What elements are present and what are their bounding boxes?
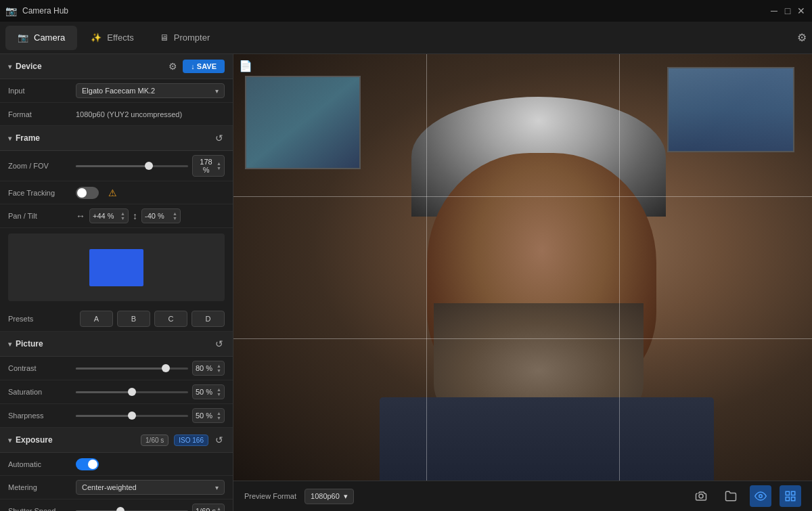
contrast-slider-track[interactable]	[76, 368, 188, 370]
contrast-spinners[interactable]: ▲ ▼	[217, 363, 221, 373]
folder-button[interactable]	[720, 485, 742, 507]
svg-point-1	[759, 495, 763, 498]
saturation-value-text: 50 %	[196, 388, 212, 396]
tilt-spin-down[interactable]: ▼	[173, 216, 177, 221]
face-tracking-warning-icon: ⚠	[108, 187, 117, 198]
metering-control: Center-weighted ▾	[76, 480, 225, 495]
tilt-spin-up[interactable]: ▲	[173, 211, 177, 216]
frame-preview	[8, 234, 225, 301]
saturation-slider-thumb	[128, 388, 136, 396]
contrast-spin-up[interactable]: ▲	[217, 363, 221, 368]
metering-dropdown[interactable]: Center-weighted ▾	[76, 480, 225, 495]
pan-value-text: +44 %	[93, 212, 114, 220]
eye-icon	[754, 490, 767, 502]
eye-button[interactable]	[750, 485, 771, 507]
device-section-header[interactable]: ▾ Device ⚙ ↓ SAVE	[0, 54, 233, 79]
tilt-spinners[interactable]: ▲ ▼	[173, 211, 177, 221]
save-button[interactable]: ↓ SAVE	[183, 60, 225, 73]
automatic-row: Automatic	[0, 453, 233, 476]
zoom-spinners[interactable]: ▲ ▼	[217, 161, 221, 171]
picture-reset-button[interactable]: ↺	[214, 337, 225, 351]
svg-rect-4	[786, 497, 789, 501]
picture-section-header[interactable]: ▾ Picture ↺	[0, 332, 233, 357]
exposure-section-actions: 1/60 s ISO 166 ↺	[141, 433, 225, 447]
sharpness-spin-down[interactable]: ▼	[217, 416, 221, 420]
pan-tilt-control: ↔ +44 % ▲ ▼ ↕ -40 % ▲ ▼	[76, 208, 225, 223]
saturation-spinners[interactable]: ▲ ▼	[217, 387, 221, 397]
saturation-spin-up[interactable]: ▲	[217, 387, 221, 392]
shutter-slider-container: 1/60 s ▲ ▼	[76, 504, 225, 511]
pan-spin-up[interactable]: ▲	[120, 211, 125, 216]
preview-format-select[interactable]: 1080p60 ▾	[304, 489, 354, 504]
zoom-spin-down[interactable]: ▼	[217, 166, 221, 171]
shutter-spin-up[interactable]: ▲	[217, 506, 221, 511]
settings-button[interactable]: ⚙	[797, 31, 807, 44]
presets-row: Presets A B C D	[0, 307, 233, 332]
frame-section-actions: ↺	[214, 131, 225, 145]
frame-section-header[interactable]: ▾ Frame ↺	[0, 126, 233, 151]
exposure-section-header[interactable]: ▾ Exposure 1/60 s ISO 166 ↺	[0, 428, 233, 453]
pan-spinners[interactable]: ▲ ▼	[120, 211, 125, 221]
contrast-slider-thumb	[162, 364, 170, 372]
titlebar-controls: ─ □ ✕	[769, 5, 807, 16]
metering-label: Metering	[8, 483, 76, 491]
save-down-icon: ↓	[191, 62, 195, 70]
preview-format-value: 1080p60	[311, 492, 340, 500]
preview-page-button[interactable]: 📄	[239, 60, 252, 72]
sharpness-spinners[interactable]: ▲ ▼	[217, 411, 221, 420]
format-label: Format	[8, 110, 76, 118]
exposure-reset-button[interactable]: ↺	[214, 433, 225, 447]
shutter-value-text: 1/60 s	[196, 507, 216, 511]
close-button[interactable]: ✕	[796, 5, 807, 16]
zoom-value-text: 178 %	[196, 158, 217, 174]
contrast-spin-down[interactable]: ▼	[217, 368, 221, 373]
frame-chevron-icon: ▾	[8, 135, 12, 142]
format-value: 1080p60 (YUY2 uncompressed)	[76, 110, 182, 118]
app-icon: 📷	[5, 5, 17, 16]
prompter-tab-icon: 🖥	[160, 32, 168, 43]
automatic-toggle[interactable]	[76, 458, 99, 470]
saturation-row: Saturation 50 % ▲ ▼	[0, 380, 233, 404]
saturation-slider-track[interactable]	[76, 391, 188, 393]
tilt-value: -40 % ▲ ▼	[141, 208, 181, 223]
preset-b-button[interactable]: B	[117, 311, 150, 327]
camera-tab-label: Camera	[34, 32, 65, 43]
contrast-value-text: 80 %	[196, 364, 212, 372]
saturation-slider-fill	[76, 391, 132, 393]
grid-button[interactable]	[780, 485, 801, 507]
contrast-value: 80 % ▲ ▼	[192, 361, 225, 376]
sharpness-slider-track[interactable]	[76, 415, 188, 417]
tab-effects[interactable]: ✨ Effects	[78, 26, 146, 50]
preset-a-button[interactable]: A	[80, 311, 113, 327]
format-control: 1080p60 (YUY2 uncompressed)	[76, 110, 225, 118]
zoom-slider-fill	[76, 165, 149, 167]
shutter-spinners[interactable]: ▲ ▼	[217, 506, 221, 511]
device-filter-button[interactable]: ⚙	[168, 61, 177, 72]
minimize-button[interactable]: ─	[769, 5, 780, 16]
face-tracking-control: ⚠	[76, 187, 225, 199]
zoom-slider-thumb	[145, 162, 153, 170]
saturation-spin-down[interactable]: ▼	[217, 392, 221, 397]
zoom-value: 178 % ▲ ▼	[192, 155, 225, 177]
sharpness-spin-up[interactable]: ▲	[217, 411, 221, 416]
tab-prompter[interactable]: 🖥 Prompter	[148, 26, 222, 50]
sidebar: ▾ Device ⚙ ↓ SAVE Input Elgato Facecam M…	[0, 54, 233, 511]
capture-button[interactable]	[690, 485, 712, 507]
contrast-row: Contrast 80 % ▲ ▼	[0, 357, 233, 380]
saturation-slider-container: 50 % ▲ ▼	[76, 384, 225, 399]
tab-camera[interactable]: 📷 Camera	[5, 26, 77, 50]
input-dropdown[interactable]: Elgato Facecam MK.2 ▾	[76, 83, 225, 98]
page-icon[interactable]: 📄	[239, 60, 252, 72]
zoom-slider-track[interactable]	[76, 165, 188, 167]
face-tracking-toggle[interactable]	[76, 187, 99, 199]
maximize-button[interactable]: □	[782, 5, 793, 16]
titlebar-left: 📷 Camera Hub	[5, 5, 68, 16]
preset-d-button[interactable]: D	[191, 311, 225, 327]
pan-spin-down[interactable]: ▼	[120, 216, 125, 221]
camera-tab-icon: 📷	[18, 32, 28, 43]
preset-c-button[interactable]: C	[154, 311, 187, 327]
exposure-chevron-icon: ▾	[8, 437, 12, 444]
frame-reset-button[interactable]: ↺	[214, 131, 225, 145]
zoom-spin-up[interactable]: ▲	[217, 161, 221, 166]
painting-left	[245, 76, 361, 170]
